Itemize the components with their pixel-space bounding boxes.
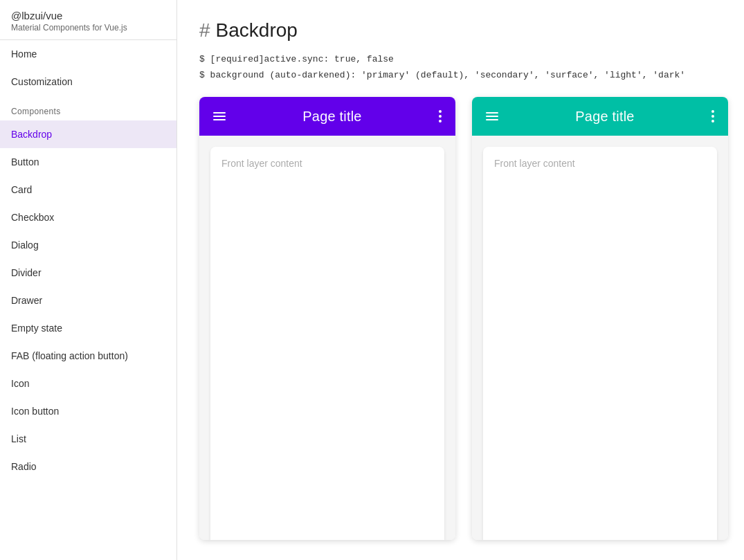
sidebar-item-icon[interactable]: Icon (0, 370, 176, 397)
phone-content-1: Front layer content (199, 136, 455, 540)
sidebar-item-checkbox[interactable]: Checkbox (0, 204, 176, 231)
app-name: @lbzui/vue (11, 10, 165, 21)
sidebar-item-backdrop[interactable]: Backdrop (0, 120, 176, 148)
sidebar-item-fab[interactable]: FAB (floating action button) (0, 342, 176, 370)
sidebar-item-button[interactable]: Button (0, 148, 176, 176)
demo-row: Page title Front layer content Page titl… (199, 97, 722, 540)
components-section-label: Components (0, 96, 176, 120)
front-layer-2: Front layer content (483, 147, 717, 540)
sidebar-item-home[interactable]: Home (0, 40, 176, 68)
prop-line-1: $ [required]active.sync: true, false (199, 54, 722, 64)
app-subtitle: Material Components for Vue.js (11, 23, 165, 33)
sidebar-item-customization[interactable]: Customization (0, 68, 176, 96)
heading-hash: # (199, 19, 210, 42)
sidebar-item-empty-state[interactable]: Empty state (0, 314, 176, 342)
sidebar-item-drawer[interactable]: Drawer (0, 287, 176, 314)
more-dots-icon-1[interactable] (436, 107, 444, 125)
toolbar-primary: Page title (199, 97, 455, 136)
sidebar-scroll: Home Customization Components Backdrop B… (0, 40, 176, 560)
toolbar-title-2: Page title (501, 109, 709, 125)
demo-card-primary: Page title Front layer content (199, 97, 455, 540)
sidebar-item-icon-button[interactable]: Icon button (0, 397, 176, 425)
front-layer-1: Front layer content (210, 147, 444, 540)
prop-text-2: $ background (auto-darkened): 'primary' … (199, 70, 685, 80)
heading-title: Backdrop (216, 19, 298, 42)
sidebar-header: @lbzui/vue Material Components for Vue.j… (0, 0, 176, 40)
page-heading: # Backdrop (199, 19, 722, 42)
sidebar-item-radio[interactable]: Radio (0, 453, 176, 480)
main-content: # Backdrop $ [required]active.sync: true… (177, 0, 744, 560)
sidebar-item-divider[interactable]: Divider (0, 259, 176, 287)
hamburger-icon-2[interactable] (483, 109, 501, 123)
toolbar-teal: Page title (472, 97, 728, 136)
sidebar-item-dialog[interactable]: Dialog (0, 231, 176, 259)
sidebar-item-card[interactable]: Card (0, 176, 176, 204)
sidebar: @lbzui/vue Material Components for Vue.j… (0, 0, 177, 560)
phone-content-2: Front layer content (472, 136, 728, 540)
more-dots-icon-2[interactable] (709, 107, 717, 125)
front-layer-text-1: Front layer content (221, 158, 302, 169)
toolbar-title-1: Page title (228, 109, 436, 125)
demo-card-teal: Page title Front layer content (472, 97, 728, 540)
sidebar-item-list[interactable]: List (0, 425, 176, 453)
front-layer-text-2: Front layer content (494, 158, 575, 169)
hamburger-icon[interactable] (210, 109, 228, 123)
prop-text-1: $ [required]active.sync: true, false (199, 54, 394, 64)
prop-line-2: $ background (auto-darkened): 'primary' … (199, 70, 722, 80)
